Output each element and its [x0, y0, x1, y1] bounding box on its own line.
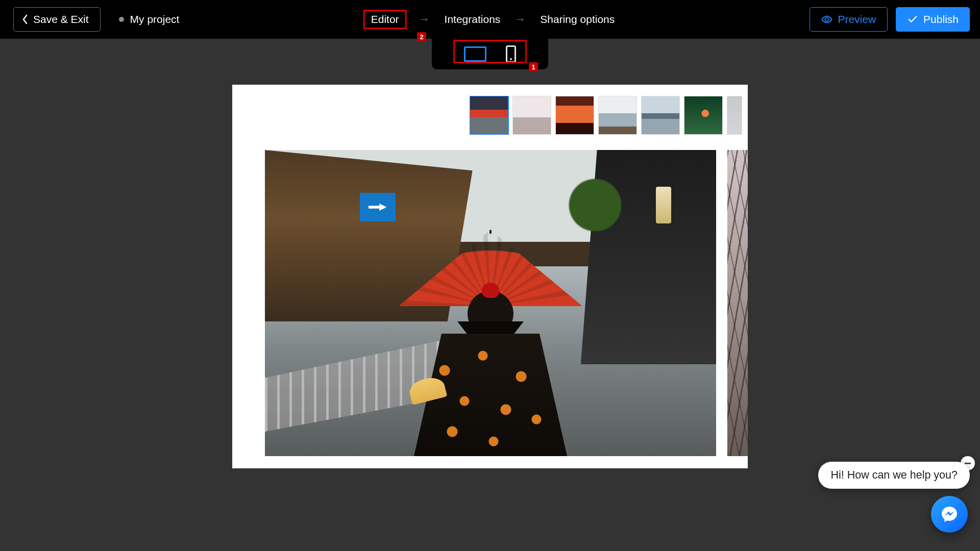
breadcrumb-editor[interactable]: Editor [363, 10, 407, 29]
thumbnail-0[interactable] [470, 96, 508, 135]
chevron-left-icon [22, 14, 28, 24]
check-icon [907, 14, 918, 25]
hero-tree-icon [565, 174, 626, 236]
eye-icon [821, 14, 832, 25]
chat-launcher-button[interactable] [931, 496, 968, 533]
thumbnail-6[interactable] [727, 96, 742, 135]
thumbnail-strip [470, 96, 748, 135]
publish-label: Publish [923, 13, 959, 26]
annotation-badge-1: 1 [529, 62, 538, 71]
save-exit-button[interactable]: Save & Exit [13, 7, 101, 32]
hero-lantern-icon [656, 187, 671, 223]
device-desktop-button[interactable] [464, 46, 486, 62]
hero-arrow-sign-icon [360, 193, 396, 221]
chat-greeting-bubble[interactable]: Hi! How can we help you? [818, 462, 970, 489]
device-mobile-button[interactable] [506, 45, 516, 63]
preview-button[interactable]: Preview [810, 7, 888, 32]
thumbnail-1[interactable] [512, 96, 551, 135]
thumbnail-4[interactable] [641, 96, 680, 135]
header-actions: Preview Publish [810, 7, 970, 32]
save-exit-label: Save & Exit [33, 13, 89, 26]
unsaved-indicator-icon [119, 17, 124, 22]
messenger-icon [940, 505, 959, 523]
thumbnail-3[interactable] [598, 96, 637, 135]
editor-canvas[interactable] [232, 85, 748, 468]
project-name[interactable]: My project [130, 13, 180, 26]
thumbnail-2[interactable] [555, 96, 594, 135]
thumbnail-5[interactable] [684, 96, 723, 135]
breadcrumb-integrations[interactable]: Integrations [443, 10, 503, 29]
preview-label: Preview [838, 13, 876, 26]
breadcrumb-sharing[interactable]: Sharing options [538, 10, 617, 29]
publish-button[interactable]: Publish [896, 7, 970, 32]
breadcrumb: Editor → Integrations → Sharing options [363, 0, 617, 39]
top-bar: Save & Exit My project Editor → Integrat… [0, 0, 980, 39]
annotation-badge-2: 2 [417, 32, 426, 41]
arrow-right-icon: → [419, 13, 430, 26]
slide-next-peek[interactable] [727, 150, 748, 456]
arrow-right-icon: → [514, 13, 526, 26]
slide-main-image[interactable] [265, 150, 716, 456]
